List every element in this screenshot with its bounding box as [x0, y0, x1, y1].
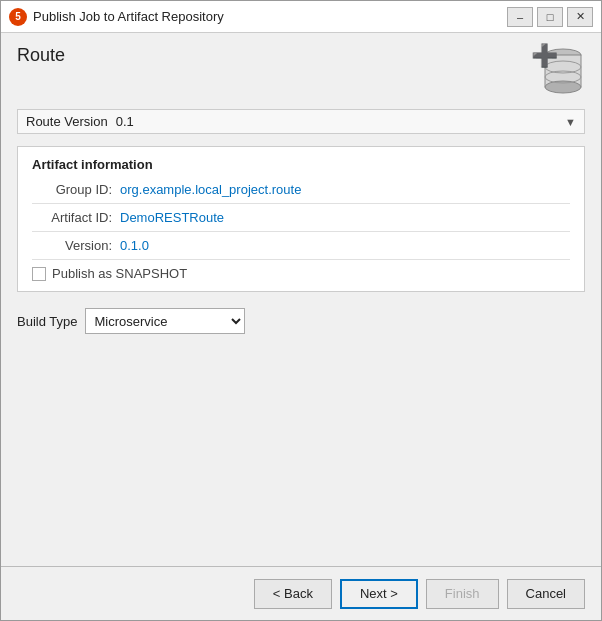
divider-2 — [32, 231, 570, 232]
window-title: Publish Job to Artifact Repository — [33, 9, 507, 24]
divider-1 — [32, 203, 570, 204]
finish-button: Finish — [426, 579, 499, 609]
artifact-id-label: Artifact ID: — [32, 210, 112, 225]
divider-3 — [32, 259, 570, 260]
window-controls: – □ ✕ — [507, 7, 593, 27]
version-label: Version: — [32, 238, 112, 253]
group-id-value: org.example.local_project.route — [120, 182, 301, 197]
artifact-info-group: Artifact information Group ID: org.examp… — [17, 146, 585, 292]
version-row: Version: 0.1.0 — [32, 238, 570, 253]
title-bar: 5 Publish Job to Artifact Repository – □… — [1, 1, 601, 33]
restore-button[interactable]: □ — [537, 7, 563, 27]
next-button[interactable]: Next > — [340, 579, 418, 609]
page-header: Route ➕ — [17, 45, 585, 97]
build-type-row: Build Type Microservice Standard OSGi — [17, 308, 585, 334]
artifact-id-row: Artifact ID: DemoRESTRoute — [32, 210, 570, 225]
back-button[interactable]: < Back — [254, 579, 332, 609]
cancel-button[interactable]: Cancel — [507, 579, 585, 609]
snapshot-checkbox[interactable] — [32, 267, 46, 281]
main-window: 5 Publish Job to Artifact Repository – □… — [0, 0, 602, 621]
close-button[interactable]: ✕ — [567, 7, 593, 27]
artifact-repo-icon: ➕ — [541, 45, 585, 97]
footer: < Back Next > Finish Cancel — [1, 566, 601, 620]
route-version-caret-icon: ▼ — [565, 116, 576, 128]
group-id-label: Group ID: — [32, 182, 112, 197]
route-version-label: Route Version — [26, 114, 108, 129]
build-type-label: Build Type — [17, 314, 77, 329]
snapshot-label: Publish as SNAPSHOT — [52, 266, 187, 281]
page-title: Route — [17, 45, 65, 66]
arrow-icon: ➕ — [531, 43, 558, 69]
content-spacer — [17, 334, 585, 554]
route-version-select[interactable]: 0.1 — [116, 114, 565, 129]
snapshot-row: Publish as SNAPSHOT — [32, 266, 570, 281]
route-version-row: Route Version 0.1 ▼ — [17, 109, 585, 134]
group-id-row: Group ID: org.example.local_project.rout… — [32, 182, 570, 197]
artifact-info-title: Artifact information — [32, 157, 570, 172]
artifact-id-value: DemoRESTRoute — [120, 210, 224, 225]
app-icon: 5 — [9, 8, 27, 26]
content-area: Route ➕ Route Version 0.1 — [1, 33, 601, 566]
version-value: 0.1.0 — [120, 238, 149, 253]
build-type-select[interactable]: Microservice Standard OSGi — [85, 308, 245, 334]
minimize-button[interactable]: – — [507, 7, 533, 27]
